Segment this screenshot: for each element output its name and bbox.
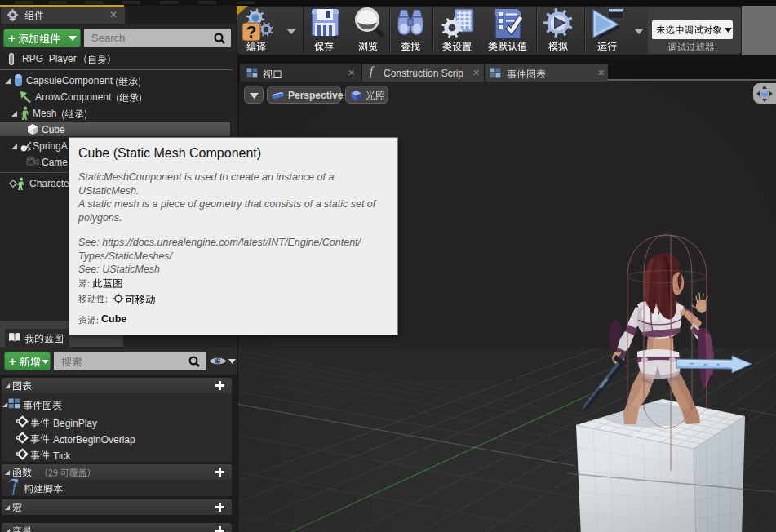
svg-text:?: ? <box>246 22 257 41</box>
